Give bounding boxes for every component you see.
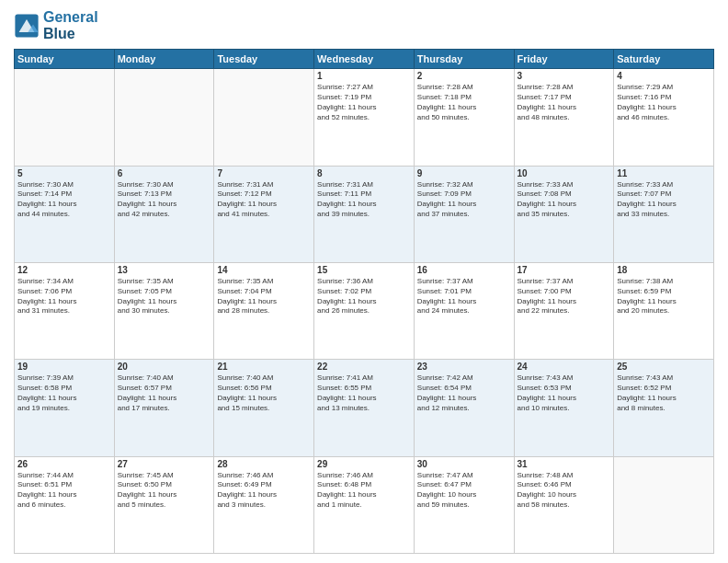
- day-number: 20: [118, 362, 211, 372]
- calendar-cell: 11Sunrise: 7:33 AM Sunset: 7:07 PM Dayli…: [614, 166, 714, 262]
- calendar-cell: 2Sunrise: 7:28 AM Sunset: 7:18 PM Daylig…: [414, 69, 514, 166]
- calendar-cell: [214, 69, 314, 166]
- day-info: Sunrise: 7:29 AM Sunset: 7:16 PM Dayligh…: [617, 83, 711, 122]
- day-info: Sunrise: 7:37 AM Sunset: 7:00 PM Dayligh…: [518, 277, 611, 316]
- calendar-cell: 7Sunrise: 7:31 AM Sunset: 7:12 PM Daylig…: [214, 166, 314, 262]
- calendar-week-row: 5Sunrise: 7:30 AM Sunset: 7:14 PM Daylig…: [15, 166, 714, 262]
- calendar-cell: 19Sunrise: 7:39 AM Sunset: 6:58 PM Dayli…: [15, 360, 115, 456]
- day-info: Sunrise: 7:46 AM Sunset: 6:49 PM Dayligh…: [217, 471, 311, 511]
- day-number: 25: [617, 362, 711, 372]
- day-info: Sunrise: 7:37 AM Sunset: 7:01 PM Dayligh…: [417, 277, 511, 316]
- calendar-cell: 4Sunrise: 7:29 AM Sunset: 7:16 PM Daylig…: [614, 69, 714, 166]
- calendar-cell: [614, 456, 714, 553]
- day-info: Sunrise: 7:32 AM Sunset: 7:09 PM Dayligh…: [417, 180, 511, 220]
- calendar-cell: 6Sunrise: 7:30 AM Sunset: 7:13 PM Daylig…: [114, 166, 214, 262]
- day-info: Sunrise: 7:47 AM Sunset: 6:47 PM Dayligh…: [417, 471, 511, 511]
- calendar-cell: [114, 69, 214, 166]
- calendar-cell: 10Sunrise: 7:33 AM Sunset: 7:08 PM Dayli…: [514, 166, 614, 262]
- calendar-cell: 22Sunrise: 7:41 AM Sunset: 6:55 PM Dayli…: [314, 360, 415, 456]
- weekday-header-thursday: Thursday: [414, 50, 514, 69]
- day-number: 30: [417, 459, 511, 469]
- day-info: Sunrise: 7:28 AM Sunset: 7:17 PM Dayligh…: [518, 83, 611, 122]
- calendar-cell: 26Sunrise: 7:44 AM Sunset: 6:51 PM Dayli…: [15, 456, 115, 553]
- day-info: Sunrise: 7:41 AM Sunset: 6:55 PM Dayligh…: [317, 373, 411, 413]
- day-info: Sunrise: 7:31 AM Sunset: 7:11 PM Dayligh…: [317, 180, 411, 220]
- day-number: 3: [518, 71, 611, 81]
- day-number: 24: [518, 362, 611, 372]
- day-number: 7: [217, 168, 311, 178]
- day-number: 16: [417, 265, 511, 275]
- calendar-week-row: 1Sunrise: 7:27 AM Sunset: 7:19 PM Daylig…: [15, 69, 714, 166]
- calendar-cell: 21Sunrise: 7:40 AM Sunset: 6:56 PM Dayli…: [214, 360, 314, 456]
- day-info: Sunrise: 7:43 AM Sunset: 6:53 PM Dayligh…: [518, 373, 611, 413]
- day-number: 4: [617, 71, 711, 81]
- day-number: 29: [317, 459, 411, 469]
- day-info: Sunrise: 7:40 AM Sunset: 6:57 PM Dayligh…: [118, 373, 211, 413]
- calendar-cell: [15, 69, 115, 166]
- day-number: 21: [217, 362, 311, 372]
- day-info: Sunrise: 7:33 AM Sunset: 7:07 PM Dayligh…: [617, 180, 711, 220]
- calendar-cell: 13Sunrise: 7:35 AM Sunset: 7:05 PM Dayli…: [114, 262, 214, 359]
- day-info: Sunrise: 7:39 AM Sunset: 6:58 PM Dayligh…: [17, 373, 111, 413]
- calendar-week-row: 26Sunrise: 7:44 AM Sunset: 6:51 PM Dayli…: [15, 456, 714, 553]
- day-info: Sunrise: 7:30 AM Sunset: 7:13 PM Dayligh…: [118, 180, 211, 220]
- logo: General Blue: [14, 9, 98, 41]
- calendar-cell: 17Sunrise: 7:37 AM Sunset: 7:00 PM Dayli…: [514, 262, 614, 359]
- calendar-cell: 30Sunrise: 7:47 AM Sunset: 6:47 PM Dayli…: [414, 456, 514, 553]
- day-number: 13: [118, 265, 211, 275]
- day-number: 2: [417, 71, 511, 81]
- day-info: Sunrise: 7:40 AM Sunset: 6:56 PM Dayligh…: [217, 373, 311, 413]
- logo-icon: [14, 13, 40, 39]
- calendar-cell: 8Sunrise: 7:31 AM Sunset: 7:11 PM Daylig…: [314, 166, 415, 262]
- calendar-cell: 23Sunrise: 7:42 AM Sunset: 6:54 PM Dayli…: [414, 360, 514, 456]
- day-info: Sunrise: 7:38 AM Sunset: 6:59 PM Dayligh…: [617, 277, 711, 316]
- day-number: 28: [217, 459, 311, 469]
- calendar-cell: 1Sunrise: 7:27 AM Sunset: 7:19 PM Daylig…: [314, 69, 415, 166]
- calendar-cell: 16Sunrise: 7:37 AM Sunset: 7:01 PM Dayli…: [414, 262, 514, 359]
- calendar-cell: 5Sunrise: 7:30 AM Sunset: 7:14 PM Daylig…: [15, 166, 115, 262]
- calendar-cell: 31Sunrise: 7:48 AM Sunset: 6:46 PM Dayli…: [514, 456, 614, 553]
- calendar-cell: 24Sunrise: 7:43 AM Sunset: 6:53 PM Dayli…: [514, 360, 614, 456]
- day-info: Sunrise: 7:31 AM Sunset: 7:12 PM Dayligh…: [217, 180, 311, 220]
- day-number: 8: [317, 168, 411, 178]
- day-number: 11: [617, 168, 711, 178]
- calendar-cell: 3Sunrise: 7:28 AM Sunset: 7:17 PM Daylig…: [514, 69, 614, 166]
- day-info: Sunrise: 7:48 AM Sunset: 6:46 PM Dayligh…: [518, 471, 611, 511]
- day-info: Sunrise: 7:45 AM Sunset: 6:50 PM Dayligh…: [118, 471, 211, 511]
- day-number: 12: [17, 265, 111, 275]
- calendar-cell: 9Sunrise: 7:32 AM Sunset: 7:09 PM Daylig…: [414, 166, 514, 262]
- calendar-cell: 14Sunrise: 7:35 AM Sunset: 7:04 PM Dayli…: [214, 262, 314, 359]
- day-number: 27: [118, 459, 211, 469]
- weekday-header-friday: Friday: [514, 50, 614, 69]
- day-number: 23: [417, 362, 511, 372]
- weekday-header-saturday: Saturday: [614, 50, 714, 69]
- calendar-cell: 29Sunrise: 7:46 AM Sunset: 6:48 PM Dayli…: [314, 456, 415, 553]
- day-number: 5: [17, 168, 111, 178]
- day-number: 31: [518, 459, 611, 469]
- day-info: Sunrise: 7:30 AM Sunset: 7:14 PM Dayligh…: [17, 180, 111, 220]
- calendar-cell: 20Sunrise: 7:40 AM Sunset: 6:57 PM Dayli…: [114, 360, 214, 456]
- weekday-header-wednesday: Wednesday: [314, 50, 415, 69]
- day-number: 15: [317, 265, 411, 275]
- day-number: 6: [118, 168, 211, 178]
- day-info: Sunrise: 7:36 AM Sunset: 7:02 PM Dayligh…: [317, 277, 411, 316]
- day-number: 1: [317, 71, 411, 81]
- day-number: 9: [417, 168, 511, 178]
- calendar-cell: 12Sunrise: 7:34 AM Sunset: 7:06 PM Dayli…: [15, 262, 115, 359]
- calendar-table: SundayMondayTuesdayWednesdayThursdayFrid…: [14, 49, 714, 554]
- day-info: Sunrise: 7:34 AM Sunset: 7:06 PM Dayligh…: [17, 277, 111, 316]
- calendar-cell: 25Sunrise: 7:43 AM Sunset: 6:52 PM Dayli…: [614, 360, 714, 456]
- day-number: 17: [518, 265, 611, 275]
- weekday-header-tuesday: Tuesday: [214, 50, 314, 69]
- page: General Blue SundayMondayTuesdayWednesda…: [0, 0, 728, 563]
- calendar-cell: 27Sunrise: 7:45 AM Sunset: 6:50 PM Dayli…: [114, 456, 214, 553]
- day-info: Sunrise: 7:46 AM Sunset: 6:48 PM Dayligh…: [317, 471, 411, 511]
- weekday-header-sunday: Sunday: [15, 50, 115, 69]
- calendar-week-row: 19Sunrise: 7:39 AM Sunset: 6:58 PM Dayli…: [15, 360, 714, 456]
- day-info: Sunrise: 7:35 AM Sunset: 7:04 PM Dayligh…: [217, 277, 311, 316]
- day-number: 10: [518, 168, 611, 178]
- calendar-week-row: 12Sunrise: 7:34 AM Sunset: 7:06 PM Dayli…: [15, 262, 714, 359]
- day-number: 18: [617, 265, 711, 275]
- day-info: Sunrise: 7:42 AM Sunset: 6:54 PM Dayligh…: [417, 373, 511, 413]
- day-info: Sunrise: 7:43 AM Sunset: 6:52 PM Dayligh…: [617, 373, 711, 413]
